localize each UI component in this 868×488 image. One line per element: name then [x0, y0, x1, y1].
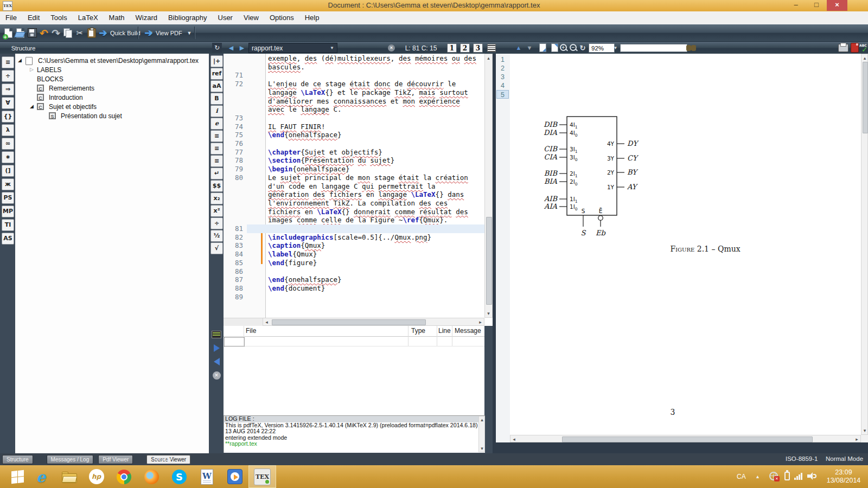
- close-document-icon[interactable]: ×: [387, 43, 395, 53]
- stop-process-icon[interactable]: ✕: [211, 370, 222, 381]
- find-icon[interactable]: [686, 43, 697, 53]
- maximize-button[interactable]: □: [806, 0, 827, 11]
- tree-item-5[interactable]: ◢CSujet et objectifs: [15, 102, 209, 112]
- tab-tikz[interactable]: TI: [2, 219, 14, 231]
- tree-item-1[interactable]: ▷LABELS: [15, 66, 209, 75]
- zoom-dropdown-icon[interactable]: ▼: [612, 43, 619, 53]
- pdf-up-icon[interactable]: ▲: [514, 43, 523, 53]
- btn-align-right[interactable]: ≡: [210, 155, 223, 167]
- media-player-taskbar-button[interactable]: [221, 465, 248, 488]
- last-page-icon[interactable]: [550, 43, 559, 53]
- btn-align-center[interactable]: ≡: [210, 143, 223, 155]
- log-file-box[interactable]: LOG FILE :This is pdfTeX, Version 3.1415…: [224, 415, 485, 453]
- menu-math[interactable]: Math: [104, 11, 130, 24]
- tree-item-0[interactable]: ◢C:\Users\Gemma et steven\Desktop\gemma\…: [15, 56, 209, 66]
- tab-relation-symbols[interactable]: ÷: [2, 70, 14, 82]
- user-tag-button-2[interactable]: 2: [460, 43, 470, 53]
- pdf-down-icon[interactable]: ▼: [525, 43, 534, 53]
- pdf-page-thumb-5[interactable]: 5: [496, 90, 509, 99]
- print-icon[interactable]: [838, 43, 848, 53]
- menu-wizard[interactable]: Wizard: [130, 11, 163, 24]
- quick-build-label[interactable]: Quick Build: [110, 26, 141, 40]
- menu-edit[interactable]: Edit: [22, 11, 45, 24]
- next-error-icon[interactable]: [211, 343, 222, 354]
- tab-most-used[interactable]: ∗: [2, 151, 14, 163]
- menu-latex[interactable]: LaTeX: [73, 11, 104, 24]
- start-button[interactable]: [4, 465, 30, 488]
- menu-bibliography[interactable]: Bibliography: [163, 11, 213, 24]
- tab-structure[interactable]: ≡: [2, 56, 14, 68]
- btn-sqrt[interactable]: √: [210, 242, 223, 254]
- tab-asymptote[interactable]: AS: [2, 233, 14, 245]
- btn-emph[interactable]: e: [210, 118, 223, 130]
- refresh-structure-icon[interactable]: ↻: [212, 43, 222, 53]
- tab-misc-math[interactable]: ∀: [2, 97, 14, 109]
- new-file-icon[interactable]: +: [2, 26, 14, 40]
- zoom-out-icon[interactable]: −: [569, 43, 578, 53]
- btn-frac[interactable]: ÷: [210, 217, 223, 229]
- editor-vertical-scrollbar[interactable]: ▴▾: [484, 54, 493, 318]
- nav-forward-icon[interactable]: ▶: [238, 43, 246, 53]
- external-pdf-viewer-icon[interactable]: [850, 43, 859, 53]
- menu-file[interactable]: File: [0, 11, 22, 24]
- spell-check-icon[interactable]: ABC✓: [859, 43, 868, 53]
- first-page-icon[interactable]: [538, 43, 547, 53]
- rotate-icon[interactable]: ↻: [578, 43, 587, 53]
- tab-delimiters[interactable]: {}: [2, 111, 14, 123]
- copy-icon[interactable]: [62, 26, 74, 40]
- file-selector-combo[interactable]: rapport.tex▼: [248, 43, 337, 53]
- network-status-icon[interactable]: ✕: [769, 472, 778, 480]
- btn-align-left[interactable]: ≡: [210, 130, 223, 142]
- undo-icon[interactable]: ↶: [38, 26, 50, 40]
- quick-build-run-icon[interactable]: ➔: [97, 26, 110, 40]
- pdf-horizontal-scrollbar[interactable]: ◂▸: [510, 435, 861, 442]
- menu-options[interactable]: Options: [264, 11, 299, 24]
- view-pdf-label[interactable]: View PDF: [156, 26, 182, 40]
- panel-toggle-messages-log[interactable]: Messages / Log: [47, 455, 94, 464]
- tree-item-6[interactable]: SPrésentation du sujet: [15, 112, 209, 121]
- tab-metapost[interactable]: MP: [2, 206, 14, 217]
- tab-arrow-symbols[interactable]: ⇒: [2, 84, 14, 95]
- chrome-taskbar-button[interactable]: [110, 465, 138, 488]
- pdf-page-thumb-4[interactable]: 4: [496, 81, 509, 90]
- redo-icon[interactable]: ↷: [50, 26, 62, 40]
- tray-clock[interactable]: 23:0913/08/2014: [820, 468, 867, 485]
- btn-math-mode[interactable]: $$: [210, 180, 223, 192]
- btn-newline[interactable]: ↵: [210, 168, 223, 179]
- tree-item-2[interactable]: BLOCKS: [15, 75, 209, 84]
- view-pdf-dropdown[interactable]: ▼: [186, 26, 193, 40]
- console-icon[interactable]: [211, 329, 222, 340]
- save-file-icon[interactable]: [26, 26, 38, 40]
- tray-hidden-icons-icon[interactable]: ▴: [756, 473, 759, 479]
- tab-greek[interactable]: λ: [2, 124, 14, 136]
- pdf-vertical-scrollbar[interactable]: ▴▾: [861, 54, 868, 435]
- btn-subscript[interactable]: x₂: [210, 192, 223, 204]
- volume-icon[interactable]: [807, 472, 818, 480]
- btn-font-size[interactable]: aA: [210, 80, 223, 92]
- pdf-search-input[interactable]: [620, 44, 687, 52]
- menu-user[interactable]: User: [213, 11, 238, 24]
- btn-bold[interactable]: B: [210, 93, 223, 105]
- cut-icon[interactable]: ✂: [74, 26, 86, 40]
- pdf-page-thumb-2[interactable]: 2: [496, 64, 509, 73]
- line-spacing-icon[interactable]: [487, 43, 496, 53]
- tab-misc-text[interactable]: ж: [2, 178, 14, 190]
- tray-language[interactable]: CA: [737, 473, 746, 480]
- open-file-icon[interactable]: [14, 26, 26, 40]
- battery-icon[interactable]: [784, 472, 790, 480]
- btn-tabular[interactable]: |+: [210, 55, 223, 67]
- close-button[interactable]: ×: [827, 0, 847, 11]
- texmaker-taskbar-button[interactable]: TEX: [248, 465, 276, 488]
- editor-horizontal-scrollbar[interactable]: ◂▸: [263, 318, 484, 326]
- pdf-page-thumb-3[interactable]: 3: [496, 73, 509, 81]
- panel-toggle-pdf-viewer[interactable]: Pdf Viewer: [98, 455, 133, 464]
- btn-label-ref[interactable]: ref: [210, 68, 223, 80]
- tab-misc-symbols[interactable]: ∞: [2, 138, 14, 150]
- word-taskbar-button[interactable]: W: [193, 465, 221, 488]
- log-vertical-scrollbar[interactable]: ▴▾: [478, 416, 485, 452]
- menu-view[interactable]: View: [238, 11, 264, 24]
- user-tag-button-3[interactable]: 3: [473, 43, 483, 53]
- paste-icon[interactable]: [86, 26, 98, 40]
- tree-item-4[interactable]: CIntroduction: [15, 93, 209, 102]
- previous-error-icon[interactable]: [211, 356, 222, 367]
